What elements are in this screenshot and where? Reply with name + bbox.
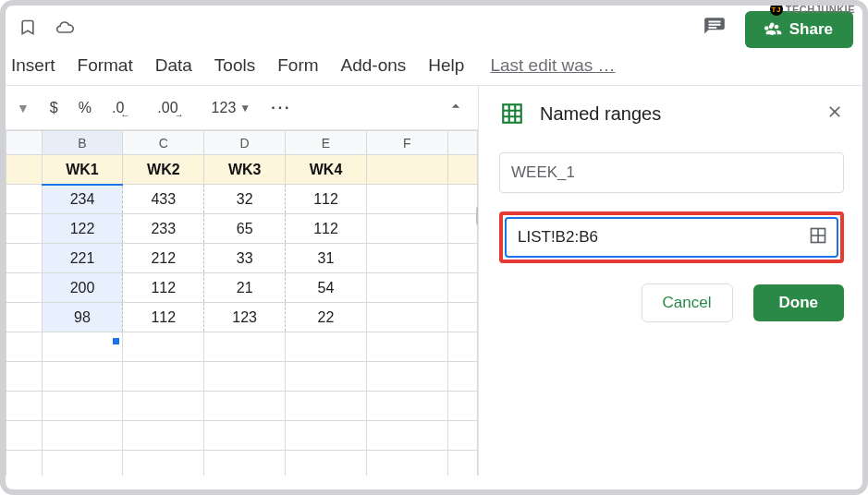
cancel-button[interactable]: Cancel [642,284,733,322]
watermark: TJ TECHJUNKIE [770,3,855,16]
cell[interactable]: 122 [42,214,123,244]
cell[interactable]: 98 [42,303,123,332]
cell[interactable]: 212 [123,244,204,273]
col-header-E[interactable]: E [286,131,367,155]
cell[interactable]: 221 [42,244,123,273]
titlebar: Share [6,6,862,50]
menubar: Insert Format Data Tools Form Add-ons He… [6,50,862,86]
cell[interactable]: 233 [123,214,204,244]
cell[interactable]: 200 [42,273,123,303]
svg-rect-0 [503,104,521,123]
named-ranges-panel: Named ranges Cancel Done [478,86,862,476]
menu-form[interactable]: Form [277,55,318,76]
cell[interactable]: 22 [286,303,367,332]
cell[interactable]: 31 [286,244,367,273]
zoom-dropdown[interactable]: ▼ [15,101,31,115]
comments-icon[interactable] [703,16,727,43]
cell[interactable]: 65 [204,214,286,244]
cell[interactable]: 21 [204,273,286,303]
cell[interactable]: 32 [204,185,286,214]
cell[interactable] [366,244,447,273]
menu-addons[interactable]: Add-ons [341,55,407,76]
cell[interactable] [366,273,447,303]
range-ref-input[interactable] [505,217,838,258]
cell[interactable] [366,303,447,332]
cloud-status-icon[interactable] [54,18,76,41]
cell[interactable]: 33 [204,244,286,273]
done-button[interactable]: Done [753,284,845,321]
col-header-D[interactable]: D [204,131,286,155]
close-icon[interactable] [825,103,844,125]
selection-handle[interactable] [112,337,120,345]
cell[interactable]: 433 [123,185,204,214]
select-range-icon[interactable] [809,226,827,248]
cell[interactable]: 112 [286,214,367,244]
last-edit-link[interactable]: Last edit was … [490,55,615,76]
menu-tools[interactable]: Tools [214,55,255,76]
cell[interactable]: 234 [42,185,123,214]
named-ranges-icon [499,101,525,127]
cell[interactable]: WK1 [42,155,123,185]
range-name-input[interactable] [499,152,844,193]
cell[interactable]: 54 [286,273,367,303]
cell[interactable]: 123 [204,303,286,332]
toolbar: ▼ $ % .0← .00→ 123▼ ··· [6,86,478,130]
cell[interactable]: WK2 [123,155,204,185]
cell[interactable]: 112 [123,303,204,332]
menu-insert[interactable]: Insert [11,55,55,76]
menu-data[interactable]: Data [155,55,192,76]
menu-help[interactable]: Help [428,55,464,76]
cell[interactable]: 112 [123,273,204,303]
decrease-decimals[interactable]: .0← [110,100,139,116]
collapse-toolbar-icon[interactable] [446,97,465,119]
col-header-B[interactable]: B [42,131,123,155]
cell[interactable] [366,155,447,185]
share-button[interactable]: Share [745,11,853,48]
share-label: Share [789,20,833,39]
col-header-F[interactable]: F [366,131,447,155]
more-formats-dropdown[interactable]: 123▼ [210,100,253,116]
col-header-G[interactable] [447,131,477,155]
format-currency[interactable]: $ [48,100,60,116]
toolbar-overflow[interactable]: ··· [269,100,293,116]
cell[interactable] [366,214,447,244]
cell[interactable] [366,185,447,214]
column-header-row[interactable]: B C D E F [6,131,478,155]
menu-format[interactable]: Format [78,55,133,76]
col-header-C[interactable]: C [123,131,204,155]
cell[interactable]: WK4 [286,155,367,185]
cell[interactable]: WK3 [204,155,286,185]
cell[interactable]: 112 [286,185,367,214]
star-icon[interactable] [18,18,37,41]
format-percent[interactable]: % [77,100,93,116]
panel-title: Named ranges [540,103,811,125]
spreadsheet[interactable]: B C D E F WK1 WK2 WK3 [6,130,478,476]
increase-decimals[interactable]: .00→ [155,100,192,116]
